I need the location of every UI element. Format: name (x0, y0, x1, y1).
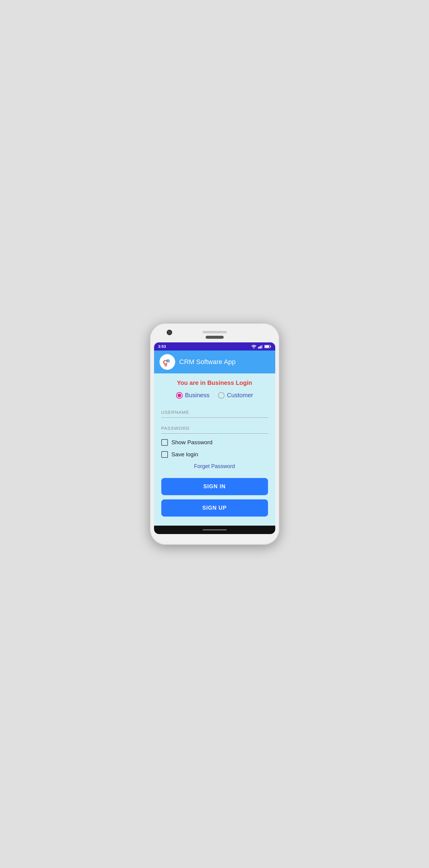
svg-rect-7 (270, 346, 271, 347)
home-indicator (203, 529, 227, 530)
phone-bottom-space (154, 534, 275, 539)
radio-label-business: Business (185, 392, 210, 399)
login-type-text: You are in Business Login (161, 379, 268, 386)
radio-circle-business (176, 392, 183, 399)
status-icons (251, 344, 271, 349)
crm-logo-icon: C R M (161, 356, 173, 368)
save-login-checkbox[interactable] (161, 451, 168, 458)
status-time: 3:53 (158, 344, 166, 349)
screen-body: You are in Business Login Business Custo… (154, 373, 275, 526)
radio-circle-customer (218, 392, 224, 399)
radio-inner-business (178, 394, 181, 397)
phone-speaker (203, 331, 227, 333)
sign-in-button[interactable]: SIGN IN (161, 478, 268, 495)
phone-frame: 3:53 (150, 323, 279, 545)
app-header: C R M CRM Software App (154, 350, 275, 373)
svg-rect-6 (265, 345, 269, 347)
svg-point-0 (253, 348, 254, 349)
battery-icon (265, 344, 271, 349)
sign-up-button[interactable]: SIGN UP (161, 499, 268, 517)
radio-group: Business Customer (161, 392, 268, 399)
svg-rect-4 (262, 345, 263, 348)
svg-rect-3 (261, 345, 262, 348)
radio-label-customer: Customer (227, 392, 253, 399)
svg-text:R: R (166, 358, 170, 364)
show-password-checkbox[interactable] (161, 439, 168, 446)
password-input-group (161, 423, 268, 434)
svg-rect-2 (259, 346, 260, 348)
show-password-group: Show Password (161, 439, 268, 446)
wifi-icon (251, 344, 256, 349)
signal-icon (258, 344, 263, 349)
phone-front-speaker (206, 336, 224, 339)
username-input-group (161, 407, 268, 418)
radio-business[interactable]: Business (176, 392, 210, 399)
svg-text:M: M (164, 364, 167, 367)
phone-camera (167, 330, 172, 335)
status-bar: 3:53 (154, 342, 275, 350)
app-title: CRM Software App (179, 358, 236, 366)
svg-rect-1 (258, 347, 259, 348)
bottom-nav-bar (154, 526, 275, 534)
app-logo: C R M (159, 354, 175, 370)
save-login-group: Save login (161, 451, 268, 458)
radio-customer[interactable]: Customer (218, 392, 253, 399)
show-password-label: Show Password (172, 439, 213, 446)
password-input[interactable] (161, 423, 268, 433)
username-input[interactable] (161, 407, 268, 417)
save-login-label: Save login (172, 451, 198, 458)
phone-top-area (154, 329, 275, 335)
forget-password-link[interactable]: Forget Password (161, 463, 268, 470)
phone-screen: 3:53 (154, 342, 275, 534)
